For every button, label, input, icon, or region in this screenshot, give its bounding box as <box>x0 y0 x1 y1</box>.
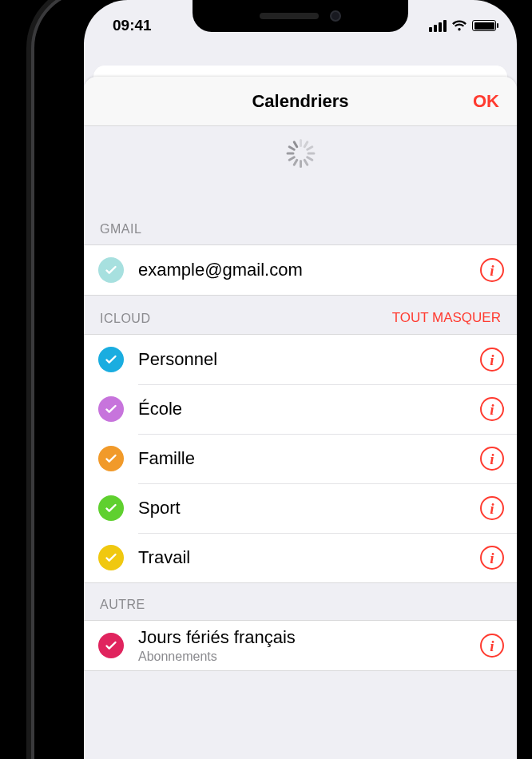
spinner-icon <box>286 139 315 168</box>
info-icon: i <box>490 402 494 417</box>
hide-all-button[interactable]: TOUT MASQUER <box>392 310 501 326</box>
row-text: Jours fériés françaisAbonnements <box>138 621 472 670</box>
nav-bar: Calendriers OK <box>84 77 517 126</box>
info-button[interactable]: i <box>480 634 504 658</box>
info-icon: i <box>490 451 494 467</box>
info-button[interactable]: i <box>480 546 504 570</box>
info-button[interactable]: i <box>480 447 504 471</box>
checkmark-icon[interactable] <box>98 347 124 372</box>
calendar-row[interactable]: Sporti <box>84 483 517 533</box>
section-label: GMAIL <box>100 222 141 236</box>
calendar-row[interactable]: Écolei <box>84 384 517 434</box>
calendar-list: example@gmail.comi <box>84 244 517 296</box>
phone-frame: 09:41 Calendriers OK GMAILexample@gmail.… <box>34 0 498 759</box>
info-button[interactable]: i <box>480 258 504 282</box>
done-button[interactable]: OK <box>473 91 499 112</box>
volume-switch <box>27 144 34 188</box>
status-time: 09:41 <box>113 17 152 34</box>
calendar-title: Jours fériés français <box>138 627 472 648</box>
calendar-list: PersonneliÉcoleiFamilleiSportiTravaili <box>84 334 517 583</box>
info-button[interactable]: i <box>480 496 504 520</box>
section-header: GMAIL <box>84 222 517 244</box>
calendar-list: Jours fériés françaisAbonnementsi <box>84 620 517 671</box>
row-text: Travail <box>138 541 472 574</box>
info-button[interactable]: i <box>480 397 504 421</box>
info-icon: i <box>490 352 494 368</box>
calendar-row[interactable]: Personneli <box>84 335 517 384</box>
calendar-row[interactable]: example@gmail.comi <box>84 245 517 295</box>
info-button[interactable]: i <box>480 348 504 372</box>
calendar-title: Travail <box>138 547 472 568</box>
calendar-title: Famille <box>138 448 472 469</box>
calendar-subtitle: Abonnements <box>138 650 472 664</box>
calendars-sheet: Calendriers OK GMAILexample@gmail.comiIC… <box>84 77 517 759</box>
checkmark-icon[interactable] <box>98 257 124 283</box>
checkmark-icon[interactable] <box>98 495 124 521</box>
calendar-title: Personnel <box>138 349 472 370</box>
screen: 09:41 Calendriers OK GMAILexample@gmail.… <box>84 0 517 759</box>
calendar-title: example@gmail.com <box>138 260 472 280</box>
row-text: Sport <box>138 491 472 525</box>
row-text: example@gmail.com <box>138 253 472 287</box>
checkmark-icon[interactable] <box>98 446 124 471</box>
calendar-row[interactable]: Famillei <box>84 434 517 483</box>
checkmark-icon[interactable] <box>98 633 124 658</box>
volume-down-button <box>27 292 34 368</box>
checkmark-icon[interactable] <box>98 396 124 422</box>
section-label: ICLOUD <box>100 312 150 326</box>
volume-up-button <box>27 204 34 280</box>
checkmark-icon[interactable] <box>98 545 124 570</box>
notch <box>193 0 408 32</box>
row-text: École <box>138 392 472 426</box>
row-text: Personnel <box>138 343 472 376</box>
info-icon: i <box>490 550 494 566</box>
info-icon: i <box>490 501 494 516</box>
info-icon: i <box>490 638 494 654</box>
calendar-title: École <box>138 399 472 419</box>
wifi-icon <box>451 19 467 32</box>
calendar-row[interactable]: Travaili <box>84 533 517 582</box>
info-icon: i <box>490 263 494 278</box>
section-header: ICLOUDTOUT MASQUER <box>84 296 517 334</box>
calendar-title: Sport <box>138 498 472 519</box>
calendar-row[interactable]: Jours fériés françaisAbonnementsi <box>84 621 517 670</box>
page-title: Calendriers <box>252 91 348 112</box>
section-header: AUTRE <box>84 583 517 620</box>
row-text: Famille <box>138 442 472 475</box>
refresh-area[interactable] <box>84 126 517 222</box>
cellular-icon <box>429 20 447 32</box>
section-label: AUTRE <box>100 598 145 612</box>
battery-icon <box>472 20 496 31</box>
